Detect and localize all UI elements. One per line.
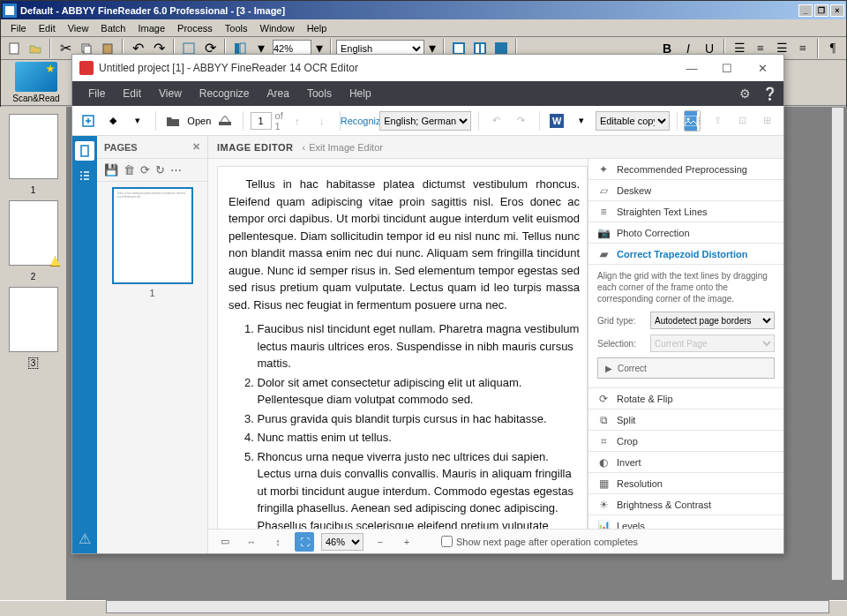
fit-horiz-icon[interactable]: ↔ [242,532,261,552]
imenu-view[interactable]: View [150,84,191,103]
menu-process[interactable]: Process [171,21,219,35]
fit-vert-icon[interactable]: ↕ [268,532,288,552]
svg-rect-14 [495,42,507,55]
show-next-page-checkbox[interactable]: Show next page after operation completes [441,536,638,547]
pilcrow-icon[interactable]: ¶ [823,39,843,58]
trapezoid-icon: ▰ [597,248,610,260]
align-justify-icon[interactable]: ≡ [793,39,813,58]
down-icon[interactable]: ▾ [127,109,148,132]
vertical-scrollbar[interactable] [831,107,844,581]
thumb-3[interactable] [9,287,58,352]
grid-type-select[interactable]: Autodetect page borders [650,312,775,329]
more-icon[interactable]: ⋯ [170,163,182,177]
page-down-icon[interactable]: ↓ [311,109,333,132]
imenu-help[interactable]: Help [341,84,380,103]
levels-icon: 📊 [597,520,610,530]
languages-select[interactable]: English; German [379,111,471,131]
selection-select[interactable]: Current Page [650,334,775,352]
tool-brightness[interactable]: ☀Brightness & Contrast [588,494,783,515]
horizontal-scrollbar[interactable] [106,600,829,613]
send3-icon[interactable]: ⊞ [757,109,778,132]
tool-recommended-preprocessing[interactable]: ✦Recommended Preprocessing [588,159,783,180]
layers-icon[interactable]: ◆ [102,109,124,132]
tool-levels[interactable]: 📊Levels [588,515,783,529]
word-drop-icon[interactable]: ▾ [571,109,592,132]
menu-edit[interactable]: Edit [33,21,62,35]
open-icon[interactable] [26,39,45,58]
add-page-icon[interactable] [78,109,99,132]
view-image-icon[interactable] [685,111,697,131]
minimize-button[interactable]: _ [798,4,813,17]
open-label[interactable]: Open [187,116,211,126]
menu-tools[interactable]: Tools [219,21,254,35]
tool-trapezoid[interactable]: ▰Correct Trapezoid Distortion [588,244,783,265]
footer-zoom-select[interactable]: 46% [321,533,364,551]
menu-image[interactable]: Image [132,21,172,35]
tool-photo-correction[interactable]: 📷Photo Correction [588,222,783,244]
redo-icon[interactable]: ↷ [511,109,532,132]
zoom-in-icon[interactable]: + [397,532,416,552]
help-icon[interactable]: ❔ [753,83,776,104]
menu-batch[interactable]: Batch [94,21,131,35]
fit-width-icon[interactable]: ▭ [215,532,235,552]
inner-close-button[interactable]: ✕ [745,56,780,80]
imenu-file[interactable]: File [79,84,114,103]
menu-file[interactable]: File [4,21,33,35]
pages-tab-icon[interactable] [75,141,94,161]
tool-split[interactable]: ⧉Split [588,409,783,431]
svg-rect-7 [235,43,239,54]
svg-point-22 [687,117,690,120]
tool-resolution[interactable]: ▦Resolution [588,473,783,494]
exit-image-editor-button[interactable]: ‹ Exit Image Editor [302,142,382,153]
menu-help[interactable]: Help [301,21,334,35]
restore-button[interactable]: ❐ [814,4,828,17]
svg-rect-12 [476,44,479,53]
correct-button[interactable]: ▶ Correct [597,357,775,379]
list-tab-icon[interactable] [75,166,94,185]
page-thumb-1[interactable]: Tellus in hac habitasse platea dictumst … [112,187,193,284]
svg-rect-10 [454,44,463,53]
document-pane[interactable]: Tellus in hac habitasse platea dictumst … [208,159,588,529]
fit-screen-icon[interactable]: ⛶ [295,532,314,552]
settings-icon[interactable]: ⚙ [731,83,753,104]
word-icon[interactable]: W [546,109,567,132]
delete-icon[interactable]: 🗑 [124,163,135,177]
imenu-edit[interactable]: Edit [114,84,150,103]
inner-maximize-button[interactable]: ☐ [709,56,745,80]
refresh-icon[interactable]: ↻ [155,163,165,177]
view-text-icon[interactable] [697,111,701,131]
page-up-icon[interactable]: ↑ [287,109,308,132]
close-button[interactable]: × [830,4,844,17]
imenu-tools[interactable]: Tools [298,84,341,103]
thumb-2[interactable] [9,200,58,266]
menu-window[interactable]: Window [254,21,301,35]
send2-icon[interactable]: ⊡ [732,109,753,132]
rotate-icon[interactable]: ⟳ [140,163,150,177]
mode-select[interactable]: Editable copy [596,111,670,131]
new-icon[interactable] [4,39,24,58]
tool-crop[interactable]: ⌗Crop [588,431,783,452]
page-number-input[interactable] [251,112,272,130]
tool-invert[interactable]: ◐Invert [588,452,783,473]
scanread-button[interactable]: Scan&Read [4,62,68,103]
save-icon[interactable]: 💾 [104,163,118,177]
scanner-icon[interactable] [214,109,236,132]
send1-icon[interactable]: ⇪ [708,109,729,132]
list-item: Nunc mattis enim ut tellus. [258,429,581,447]
zoom-out-icon[interactable]: − [371,532,390,552]
menu-view[interactable]: View [62,21,95,35]
folder-icon[interactable] [162,109,184,132]
tool-rotate-flip[interactable]: ⟳Rotate & Flip [588,388,783,409]
imenu-area[interactable]: Area [259,84,298,103]
left-rail: ⚠ [72,136,97,553]
thumb-1[interactable] [9,114,58,179]
undo-icon[interactable]: ↶ [486,109,507,132]
tool-deskew[interactable]: ▱Deskew [588,180,783,201]
recognize-button[interactable]: A Recognize [347,109,376,132]
close-pages-icon[interactable]: ✕ [192,141,200,153]
show-next-check[interactable] [441,536,453,547]
tool-straighten[interactable]: ≡Straighten Text Lines [588,201,783,222]
imenu-recognize[interactable]: Recognize [191,84,259,103]
warning-tab-icon[interactable]: ⚠ [75,529,94,548]
inner-minimize-button[interactable]: — [674,56,709,80]
